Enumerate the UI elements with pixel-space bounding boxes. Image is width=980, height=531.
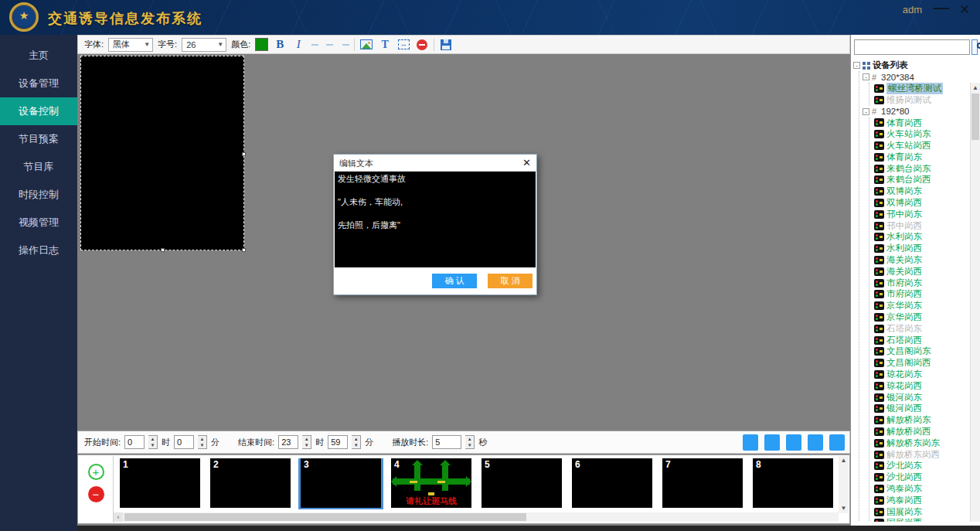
resize-handle-corner[interactable] xyxy=(242,248,246,252)
thumbnails-vscrollbar[interactable]: ▲ ▼ xyxy=(839,456,849,513)
device-search-input[interactable] xyxy=(854,39,970,55)
device-item[interactable]: 京华岗东 xyxy=(869,300,980,311)
sidebar-item[interactable]: 设备控制 xyxy=(0,97,77,125)
start-hour-stepper[interactable]: ▲▼ xyxy=(148,435,158,449)
program-thumbnail[interactable]: 3 xyxy=(301,458,381,508)
device-item[interactable]: 解放桥东岗西 xyxy=(869,449,980,461)
device-item[interactable]: 国展岗东 xyxy=(869,506,980,518)
end-minute-stepper[interactable]: ▲▼ xyxy=(352,435,361,449)
program-thumbnail[interactable]: 2 xyxy=(210,458,291,508)
align-right-button[interactable] xyxy=(339,38,349,52)
device-item[interactable]: 邗中岗西 xyxy=(869,220,980,232)
device-item[interactable]: 解放桥岗东 xyxy=(869,414,980,426)
device-item[interactable]: 石塔岗东 xyxy=(869,323,980,335)
device-item[interactable]: 鸿泰岗东 xyxy=(869,483,980,495)
device-item[interactable]: 文昌阁岗东 xyxy=(869,346,980,358)
device-item[interactable]: 螺丝湾桥测试 xyxy=(869,83,980,94)
device-item[interactable]: 银河岗西 xyxy=(869,403,980,415)
device-item[interactable]: 琼花岗西 xyxy=(869,380,980,392)
delete-element-button[interactable] xyxy=(415,38,429,52)
device-item[interactable]: 水利岗西 xyxy=(869,243,980,254)
editor-canvas[interactable]: 编辑文本 ✕ 发生轻微交通事故 "人未伤，车能动, 先拍照，后撤离" 确 认 取… xyxy=(77,54,850,431)
device-item[interactable]: 来鹤台岗东 xyxy=(869,163,980,175)
save-button[interactable] xyxy=(439,38,453,52)
end-hour-stepper[interactable]: ▲▼ xyxy=(302,435,311,449)
device-item[interactable]: 解放桥岗西 xyxy=(869,426,980,437)
program-thumbnail[interactable]: 1 xyxy=(120,458,200,508)
start-minute-input[interactable]: 0 xyxy=(174,435,194,449)
device-group-row[interactable]: - # 192*80 xyxy=(859,106,980,117)
device-item[interactable]: 京华岗西 xyxy=(869,311,980,323)
thumbnails-hscrollbar[interactable]: ‹ xyxy=(114,512,839,522)
device-item[interactable]: 火车站岗东 xyxy=(869,128,980,140)
hscrollbar-thumb[interactable] xyxy=(124,513,526,521)
sidebar-item[interactable]: 节目预案 xyxy=(0,125,77,153)
device-item[interactable]: 海关岗西 xyxy=(869,266,980,277)
sidebar-item[interactable]: 设备管理 xyxy=(0,70,77,97)
program-thumbnail[interactable]: 6 xyxy=(572,458,652,508)
device-item[interactable]: 市府岗西 xyxy=(869,289,980,301)
collapse-icon[interactable]: - xyxy=(853,62,860,69)
device-item[interactable]: 水利岗东 xyxy=(869,232,980,243)
device-item[interactable]: 市府岗东 xyxy=(869,277,980,289)
end-minute-input[interactable]: 59 xyxy=(328,435,348,449)
sidebar-item[interactable]: 视频管理 xyxy=(0,209,77,237)
dialog-close-icon[interactable]: ✕ xyxy=(522,155,531,172)
align-center-button[interactable] xyxy=(325,38,335,52)
device-tree-scrollbar[interactable]: ▲ ▼ xyxy=(970,83,980,522)
size-select[interactable]: 26 ▼ xyxy=(182,38,226,52)
bold-button[interactable]: B xyxy=(273,38,287,52)
collapse-icon[interactable]: - xyxy=(863,108,869,115)
sidebar-item[interactable]: 时段控制 xyxy=(0,181,77,209)
cancel-button[interactable]: 取 消 xyxy=(488,274,533,288)
color-swatch[interactable] xyxy=(255,38,268,51)
device-item[interactable]: 邗中岗东 xyxy=(869,209,980,220)
device-item[interactable]: 火车站岗西 xyxy=(869,140,980,151)
duration-stepper[interactable]: ▲▼ xyxy=(465,435,475,449)
sidebar-item[interactable]: 主页 xyxy=(0,42,77,70)
device-item[interactable]: 维扬岗测试 xyxy=(869,94,980,106)
italic-button[interactable]: I xyxy=(291,38,305,52)
program-thumbnail[interactable]: 7 xyxy=(662,458,743,508)
device-item[interactable]: 沙北岗西 xyxy=(869,471,980,483)
scroll-left-icon[interactable]: ‹ xyxy=(114,512,123,522)
scroll-down-icon[interactable]: ▼ xyxy=(841,504,847,513)
device-item[interactable]: 双博岗东 xyxy=(869,186,980,197)
dialog-textarea[interactable]: 发生轻微交通事故 "人未伤，车能动, 先拍照，后撤离" xyxy=(335,172,536,267)
program-thumbnail[interactable]: 4 请礼让斑马线 xyxy=(391,458,471,508)
add-program-button[interactable]: + xyxy=(88,464,104,480)
device-item[interactable]: 国展岗西 xyxy=(869,517,980,522)
resize-handle-bottom[interactable] xyxy=(161,248,165,252)
device-item[interactable]: 双博岗西 xyxy=(869,197,980,209)
led-preview[interactable] xyxy=(80,56,244,250)
device-item[interactable]: 沙北岗东 xyxy=(869,461,980,472)
end-hour-input[interactable]: 23 xyxy=(278,435,298,449)
dialog-title-bar[interactable]: 编辑文本 ✕ xyxy=(334,155,536,172)
program-thumbnail[interactable]: 5 xyxy=(481,458,562,508)
program-thumbnail[interactable]: 8 xyxy=(753,458,833,508)
action-button[interactable] xyxy=(743,434,758,451)
device-item[interactable]: 解放桥东岗东 xyxy=(869,437,980,449)
device-item[interactable]: 鸿泰岗西 xyxy=(869,495,980,506)
insert-text-button[interactable]: T xyxy=(378,38,392,52)
action-button[interactable] xyxy=(786,434,801,451)
start-hour-input[interactable]: 0 xyxy=(124,435,145,449)
align-left-button[interactable] xyxy=(310,38,320,52)
vscrollbar-thumb[interactable] xyxy=(971,94,979,140)
device-item[interactable]: 琼花岗东 xyxy=(869,369,980,380)
action-button[interactable] xyxy=(764,434,780,451)
search-button[interactable] xyxy=(971,39,978,55)
device-item[interactable]: 银河岗东 xyxy=(869,392,980,403)
sidebar-item[interactable]: 操作日志 xyxy=(0,237,77,264)
logged-in-user[interactable]: adm xyxy=(903,4,922,15)
confirm-button[interactable]: 确 认 xyxy=(432,274,477,288)
sidebar-item[interactable]: 节目库 xyxy=(0,153,77,181)
device-item[interactable]: 海关岗东 xyxy=(869,254,980,266)
resize-handle-right[interactable] xyxy=(242,152,246,156)
minimize-icon[interactable]: — xyxy=(932,0,951,16)
scroll-up-icon[interactable]: ▲ xyxy=(841,456,847,465)
collapse-icon[interactable]: - xyxy=(863,73,869,80)
device-item[interactable]: 体育岗西 xyxy=(869,117,980,129)
font-select[interactable]: 黑体 ▼ xyxy=(108,38,153,52)
action-button[interactable] xyxy=(808,434,823,451)
